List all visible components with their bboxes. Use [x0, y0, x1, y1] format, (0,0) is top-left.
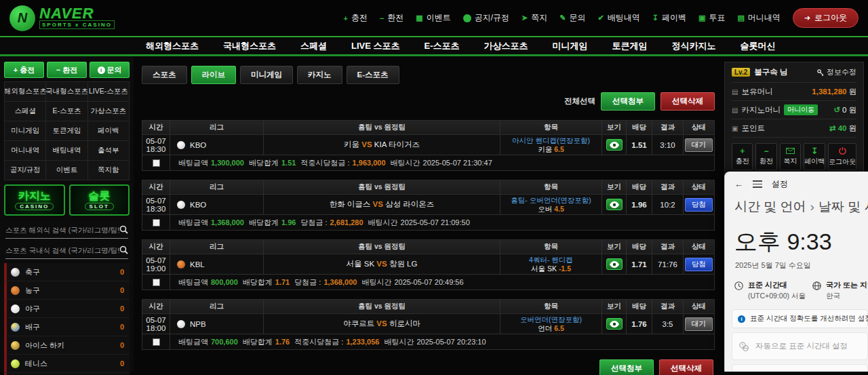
search-domestic-input[interactable]	[5, 246, 119, 254]
casino-banner[interactable]: 카지노 CASINO	[4, 184, 65, 216]
header-link-notice[interactable]: i공지/규정	[463, 12, 509, 24]
sidebar-item-domestic-sports[interactable]: 국내형스포츠	[46, 82, 87, 102]
system-date: 2025년 5월 7일 수요일	[725, 258, 868, 271]
teams-cell: 한화 이글스 VS 삼성 라이온즈	[264, 195, 500, 215]
breadcrumb-parent[interactable]: 시간 및 언어	[734, 199, 806, 214]
bet-summary: 배팅금액1,368,000 배당합계1.96 당첨금 :2,681,280 배팅…	[142, 215, 715, 231]
auto-timezone-card[interactable]: 자동으로 표준 시간대 설정	[732, 332, 868, 360]
search-overseas-input[interactable]	[5, 226, 119, 234]
account-payback-button[interactable]: ↧페이백	[804, 143, 825, 170]
check-icon: ✔	[598, 14, 604, 22]
nav-minigame[interactable]: 미니게임	[553, 40, 588, 52]
header-link-money-history[interactable]: ▤머니내역	[737, 12, 780, 24]
view-cell	[602, 314, 627, 334]
sport-row-tennis[interactable]: 테니스0	[4, 355, 130, 373]
status-cell: 대기	[684, 135, 715, 155]
bet-checkbox[interactable]	[153, 159, 160, 167]
header-link-inquiry[interactable]: ✎문의	[559, 12, 585, 24]
sport-row-baseball[interactable]: 야구0	[4, 300, 130, 318]
header-link-message[interactable]: ➤쪽지	[521, 12, 547, 24]
bottom-toolbar: 선택첨부 선택삭제	[142, 359, 715, 375]
delete-selected-button[interactable]: 선택삭제	[660, 92, 715, 111]
sidebar-item-event[interactable]: 이벤트	[46, 161, 87, 180]
attach-selected-button[interactable]: 선택첨부	[599, 359, 654, 375]
search-icon[interactable]	[119, 245, 128, 254]
quick-charge-button[interactable]: +충전	[4, 62, 44, 78]
header-link-event[interactable]: ▦이벤트	[416, 12, 450, 24]
bet-row: 05-0718:00 NPB 야쿠르트 VS 히로시마 오버언더(연장포함)언더…	[142, 314, 715, 334]
info-icon: i	[98, 66, 105, 74]
refresh-icon[interactable]: ↺	[833, 105, 840, 115]
sidebar-item-special[interactable]: 스페셜	[5, 102, 46, 121]
sidebar-item-minigame[interactable]: 미니게임	[5, 121, 46, 141]
sport-row-volleyball[interactable]: 배구0	[4, 318, 130, 336]
bet-checkbox[interactable]	[153, 338, 160, 346]
account-logout-button[interactable]: 로그아웃	[828, 143, 856, 170]
sidebar-item-payback[interactable]: 페이백	[88, 121, 130, 141]
nav-esports[interactable]: E-스포츠	[425, 40, 460, 52]
search-overseas	[5, 221, 128, 239]
eye-button[interactable]	[606, 199, 623, 210]
money-move-button[interactable]: 머니이동	[784, 104, 818, 115]
nav-domestic-sports[interactable]: 국내형스포츠	[223, 40, 276, 52]
account-charge-button[interactable]: +충전	[732, 143, 753, 170]
timezone-card[interactable]: 표준 시간대	[732, 364, 868, 372]
tab-minigame[interactable]: 미니게임	[240, 66, 293, 84]
nav-virtual-sports[interactable]: 가상스포츠	[484, 40, 528, 52]
eye-button[interactable]	[606, 139, 623, 151]
quick-exchange-button[interactable]: −환전	[47, 62, 87, 78]
system-clock: 오후 9:33	[725, 216, 868, 258]
logout-button[interactable]: ➜로그아웃	[793, 8, 859, 28]
logo[interactable]: N NAVER SPORTS x CASINO	[9, 5, 115, 31]
tab-esports[interactable]: E-스포츠	[347, 66, 399, 84]
tab-casino[interactable]: 카지노	[297, 66, 342, 84]
money-value: 1,381,280	[812, 87, 846, 96]
logo-title: NAVER	[39, 7, 115, 20]
tab-sports[interactable]: 스포츠	[142, 66, 187, 84]
sidebar-item-live-sports[interactable]: LIVE-스포츠	[88, 82, 130, 102]
eye-button[interactable]	[606, 258, 623, 270]
header-link-vote[interactable]: ▣투표	[698, 12, 725, 24]
transfer-icon[interactable]: ⇄	[829, 123, 836, 133]
quick-inquiry-button[interactable]: i문의	[90, 62, 130, 78]
nav-casino[interactable]: 정식카지노	[672, 40, 716, 52]
header-link-payback[interactable]: ↧페이벡	[652, 12, 686, 24]
nav-special[interactable]: 스페셜	[300, 40, 327, 52]
nav-slot[interactable]: 슬롯머신	[741, 40, 776, 52]
eye-button[interactable]	[606, 318, 623, 330]
sidebar-item-notice[interactable]: 공지/규정	[5, 161, 46, 180]
account-exchange-button[interactable]: −환전	[755, 143, 776, 170]
slot-banner[interactable]: 슬롯 SLOT	[69, 184, 130, 216]
sidebar-item-virtual-sports[interactable]: 가상스포츠	[88, 102, 130, 121]
bet-checkbox[interactable]	[153, 279, 160, 286]
nav-token-game[interactable]: 토큰게임	[612, 40, 648, 52]
edit-profile-link[interactable]: 정보수정	[817, 67, 856, 77]
sidebar-item-token-game[interactable]: 토큰게임	[46, 121, 87, 141]
plus-icon: +	[740, 148, 745, 155]
sport-row-soccer[interactable]: 축구0	[4, 263, 130, 281]
attach-selected-button[interactable]: 선택첨부	[601, 92, 655, 111]
header-link-bet-history[interactable]: ✔배팅내역	[598, 12, 640, 24]
sidebar-item-bet-history[interactable]: 배팅내역	[46, 141, 87, 161]
header-link-exchange[interactable]: −환전	[380, 12, 403, 24]
nav-overseas-sports[interactable]: 해외형스포츠	[146, 40, 199, 52]
bet-checkbox[interactable]	[153, 219, 160, 226]
header-link-charge[interactable]: +충전	[343, 12, 367, 24]
league-cell: KBO	[170, 135, 264, 155]
sidebar-item-mailbox[interactable]: 쪽지함	[88, 161, 130, 180]
hamburger-icon[interactable]	[753, 180, 762, 188]
sidebar-item-attendance[interactable]: 출석부	[88, 141, 130, 161]
back-icon[interactable]: ←	[734, 179, 743, 189]
select-all-label[interactable]: 전체선택	[564, 96, 595, 106]
tab-live[interactable]: 라이브	[191, 66, 237, 84]
delete-selected-button[interactable]: 선택삭제	[659, 359, 713, 375]
sport-row-basketball[interactable]: 농구0	[4, 281, 130, 300]
sidebar-item-money-history[interactable]: 머니내역	[5, 141, 46, 161]
nav-live-sports[interactable]: LIVE 스포츠	[351, 40, 400, 52]
level-badge: Lv.2	[732, 68, 750, 77]
sidebar-item-esports[interactable]: E-스포츠	[46, 102, 87, 121]
account-message-button[interactable]: 쪽지	[780, 143, 801, 170]
search-icon[interactable]	[119, 225, 128, 234]
sidebar-item-overseas-sports[interactable]: 해외형스포츠	[5, 82, 46, 102]
sport-row-hockey[interactable]: 아이스 하키0	[4, 336, 130, 355]
